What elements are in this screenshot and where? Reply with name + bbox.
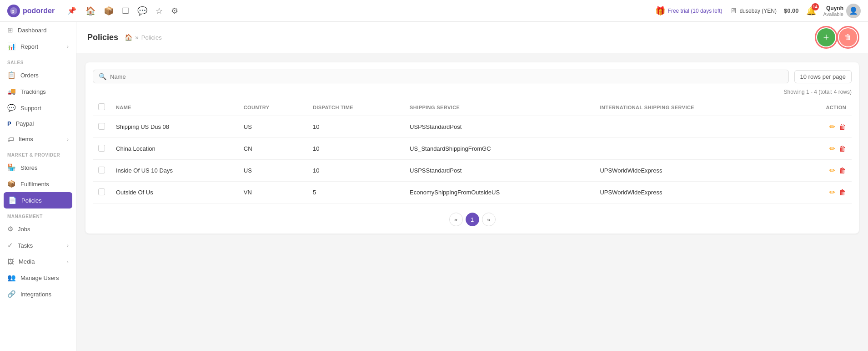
add-policy-button[interactable]: +	[817, 28, 835, 46]
policies-card: 🔍 10 rows per page Showing 1 - 4 (total:…	[85, 62, 859, 234]
row-intl-3: UPSWorldWideExpress	[594, 182, 793, 203]
notif-count: 14	[812, 3, 819, 10]
sidebar-item-trackings[interactable]: 🚚 Trackings	[0, 83, 76, 100]
items-chevron: ›	[67, 137, 69, 142]
delete-row-2-button[interactable]: 🗑	[839, 166, 846, 175]
sidebar-item-orders[interactable]: 📋 Orders	[0, 67, 76, 83]
row-actions-2: ✏ 🗑	[793, 160, 852, 182]
pin-icon[interactable]: 📌	[67, 6, 76, 15]
toolbar: 🔍 10 rows per page	[93, 70, 852, 83]
row-shipping-1: US_StandardShippingFromGC	[404, 138, 594, 160]
row-dispatch-1: 10	[307, 138, 404, 160]
sidebar-item-media[interactable]: 🖼 Media ›	[0, 254, 76, 270]
row-checkbox-3[interactable]	[93, 182, 110, 203]
sidebar-item-paypal[interactable]: P Paypal	[0, 116, 76, 131]
sidebar-item-tasks[interactable]: ✓ Tasks ›	[0, 237, 76, 254]
home-icon[interactable]: 🏠	[85, 6, 95, 16]
logo-text: podorder	[23, 7, 55, 15]
sidebar-label-jobs: Jobs	[18, 226, 30, 233]
box-icon[interactable]: 📦	[104, 6, 114, 16]
delete-all-button[interactable]: 🗑	[839, 28, 857, 46]
sidebar-label-orders: Orders	[20, 72, 39, 79]
row-check-2[interactable]	[98, 167, 105, 173]
breadcrumb-separator: »	[135, 34, 139, 41]
pagination-page-1[interactable]: 1	[466, 213, 479, 226]
col-dispatch-time: DISPATCH TIME	[307, 99, 404, 116]
delete-row-0-button[interactable]: 🗑	[839, 122, 846, 131]
row-shipping-3: EconomyShippingFromOutsideUS	[404, 182, 594, 203]
section-label-sales: SALES	[0, 55, 76, 67]
orders-icon: 📋	[7, 71, 16, 79]
orders-icon[interactable]: ☐	[122, 6, 129, 16]
sidebar-label-report: Report	[20, 43, 38, 50]
row-name-1: China Location	[110, 138, 238, 160]
policies-icon: 📄	[8, 196, 17, 204]
col-checkbox	[93, 99, 110, 116]
row-actions-3: ✏ 🗑	[793, 182, 852, 203]
edit-row-1-button[interactable]: ✏	[829, 144, 835, 153]
edit-row-0-button[interactable]: ✏	[829, 122, 835, 131]
table-info: Showing 1 - 4 (total: 4 rows)	[93, 89, 852, 95]
delete-row-1-button[interactable]: 🗑	[839, 144, 846, 153]
policies-table: NAME COUNTRY DISPATCH TIME SHIPPING SERV…	[93, 99, 852, 203]
col-intl-shipping: INTERNATIONAL SHIPPING SERVICE	[594, 99, 793, 116]
store-text: dusebay (YEN)	[740, 8, 777, 14]
edit-row-2-button[interactable]: ✏	[829, 166, 835, 175]
sidebar-label-stores: Stores	[20, 164, 38, 171]
section-label-management: MANAGEMENT	[0, 209, 76, 221]
row-check-3[interactable]	[98, 188, 105, 195]
balance-amount: $0.00	[784, 7, 799, 14]
notification-bell[interactable]: 🔔 14	[806, 6, 816, 16]
stores-icon: 🏪	[7, 163, 16, 172]
sidebar-item-policies[interactable]: 📄 Policies	[4, 192, 72, 209]
store-icon: 🖥	[730, 7, 737, 15]
row-checkbox-0[interactable]	[93, 116, 110, 138]
user-name-block: Quynh Available	[823, 5, 843, 17]
row-intl-1	[594, 138, 793, 160]
rows-per-page-selector[interactable]: 10 rows per page	[794, 70, 852, 83]
row-checkbox-1[interactable]	[93, 138, 110, 160]
sidebar-item-support[interactable]: 💬 Support	[0, 100, 76, 116]
home-breadcrumb[interactable]: 🏠	[125, 34, 132, 41]
nav-icons: 🏠 📦 ☐ 💬 ☆ ⚙	[85, 6, 178, 16]
report-icon: 📊	[7, 42, 16, 51]
pagination-prev[interactable]: «	[449, 213, 463, 226]
sidebar-label-dashboard: Dashboard	[18, 27, 47, 34]
table-body: Shipping US Dus 08 US 10 USPSStandardPos…	[93, 116, 852, 203]
sidebar-item-fulfilments[interactable]: 📦 Fulfilments	[0, 176, 76, 192]
app-logo[interactable]: p podorder	[7, 5, 55, 17]
delete-row-3-button[interactable]: 🗑	[839, 188, 846, 197]
settings-icon[interactable]: ⚙	[171, 6, 178, 16]
row-checkbox-2[interactable]	[93, 160, 110, 182]
support-icon: 💬	[7, 104, 16, 112]
select-all-checkbox[interactable]	[98, 103, 105, 110]
sidebar-item-report[interactable]: 📊 Report ›	[0, 38, 76, 55]
page-actions: + 🗑	[817, 28, 857, 46]
edit-row-3-button[interactable]: ✏	[829, 188, 835, 197]
sidebar-item-dashboard[interactable]: ⊞ Dashboard	[0, 22, 76, 38]
report-chevron: ›	[67, 44, 69, 49]
sidebar-label-paypal: Paypal	[16, 120, 34, 127]
media-chevron: ›	[67, 259, 69, 265]
chat-icon[interactable]: 💬	[137, 6, 147, 16]
search-input[interactable]	[110, 73, 783, 80]
row-actions-1: ✏ 🗑	[793, 138, 852, 160]
row-intl-2: UPSWorldWideExpress	[594, 160, 793, 182]
row-check-0[interactable]	[98, 123, 105, 130]
user-avatar[interactable]: 👤	[846, 4, 861, 18]
sidebar-item-stores[interactable]: 🏪 Stores	[0, 159, 76, 176]
row-country-3: VN	[238, 182, 307, 203]
svg-text:p: p	[11, 8, 15, 14]
sidebar-label-integrations: Integrations	[20, 291, 51, 298]
star-icon[interactable]: ☆	[156, 6, 163, 16]
col-country: COUNTRY	[238, 99, 307, 116]
sidebar-item-integrations[interactable]: 🔗 Integrations	[0, 286, 76, 302]
col-shipping-service: SHIPPING SERVICE	[404, 99, 594, 116]
sidebar-item-manage-users[interactable]: 👥 Manage Users	[0, 270, 76, 286]
pagination-next[interactable]: »	[482, 213, 496, 226]
sidebar-item-items[interactable]: 🏷 Items ›	[0, 131, 76, 147]
user-display-name: Quynh	[823, 5, 843, 11]
sidebar-item-jobs[interactable]: ⚙ Jobs	[0, 221, 76, 237]
row-name-0: Shipping US Dus 08	[110, 116, 238, 138]
row-check-1[interactable]	[98, 145, 105, 152]
